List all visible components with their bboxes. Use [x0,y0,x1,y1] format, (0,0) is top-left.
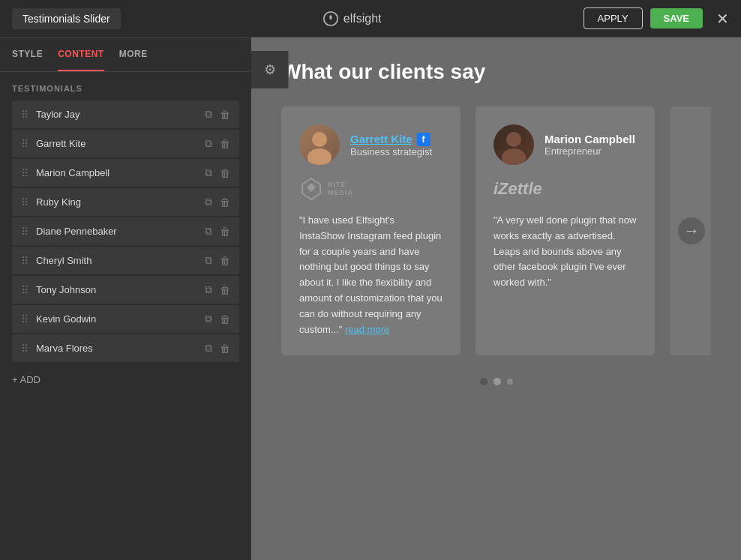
item-name: Ruby King [36,196,205,208]
pagination-dots [281,378,711,385]
delete-button[interactable]: 🗑 [220,254,230,267]
next-arrow[interactable]: → [678,217,705,244]
left-panel: STYLE CONTENT MORE TESTIMONIALS ⠿ Taylor… [0,37,251,560]
right-panel: What our clients say [251,37,741,560]
item-name: Marion Campbell [36,167,205,178]
testimonial-card: Garrett Kite f Business strategist [281,106,460,355]
delete-button[interactable]: 🗑 [220,108,230,121]
drag-handle-icon: ⠿ [21,313,28,325]
item-name: Garrett Kite [36,138,205,149]
testimonial-card: Marion Campbell Entrepreneur iZettle "A … [476,106,655,355]
drag-handle-icon: ⠿ [21,138,28,150]
copy-button[interactable]: ⧉ [205,313,212,325]
item-actions: ⧉ 🗑 [205,108,230,121]
item-name: Marva Flores [36,343,205,354]
copy-button[interactable]: ⧉ [205,108,212,121]
drag-handle-icon: ⠿ [21,255,28,267]
card-name: Marion Campbell [544,133,635,145]
facebook-icon: f [417,133,430,146]
list-item[interactable]: ⠿ Garrett Kite ⧉ 🗑 [12,130,239,157]
delete-button[interactable]: 🗑 [220,137,230,150]
card-logo: iZettle [494,175,637,202]
avatar [299,124,340,165]
item-name: Tony Johnson [36,284,205,295]
list-item[interactable]: ⠿ Marion Campbell ⧉ 🗑 [12,159,239,187]
logo-text: elfsight [344,12,382,25]
card-name: Garrett Kite f [350,133,432,146]
item-name: Diane Pennebaker [36,226,205,237]
top-bar-actions: APPLY SAVE ✕ [584,7,729,29]
copy-button[interactable]: ⧉ [205,342,212,355]
delete-button[interactable]: 🗑 [220,342,230,355]
delete-button[interactable]: 🗑 [220,283,230,296]
close-button[interactable]: ✕ [716,10,729,28]
card-name-wrap: Marion Campbell Entrepreneur [544,133,635,157]
top-bar: Testimonials Slider elfsight APPLY SAVE … [0,0,741,37]
svg-marker-4 [307,183,316,192]
copy-button[interactable]: ⧉ [205,196,212,208]
apply-button[interactable]: APPLY [584,7,643,29]
copy-button[interactable]: ⧉ [205,254,212,267]
copy-button[interactable]: ⧉ [205,166,212,179]
card-quote: "I have used Elfsight's InstaShow Instag… [299,213,442,337]
name-link[interactable]: Garrett Kite [350,133,412,145]
item-actions: ⧉ 🗑 [205,196,230,208]
item-actions: ⧉ 🗑 [205,225,230,238]
copy-button[interactable]: ⧉ [205,225,212,238]
tab-bar: STYLE CONTENT MORE [0,37,251,72]
dot-1[interactable] [480,378,488,385]
item-name: Taylor Jay [36,109,205,120]
drag-handle-icon: ⠿ [21,226,28,238]
item-actions: ⧉ 🗑 [205,137,230,150]
elfsight-logo: elfsight [322,10,382,27]
copy-button[interactable]: ⧉ [205,283,212,296]
gear-icon: ⚙ [264,61,276,78]
item-name: Cheryl Smith [36,255,205,266]
save-button[interactable]: SAVE [650,8,703,28]
list-item[interactable]: ⠿ Tony Johnson ⧉ 🗑 [12,276,239,304]
delete-button[interactable]: 🗑 [220,225,230,238]
svg-point-5 [506,132,521,147]
svg-point-6 [502,148,526,165]
card-logo: KITEMEDIA [299,175,442,202]
list-item[interactable]: ⠿ Marva Flores ⧉ 🗑 [12,334,239,362]
settings-panel-toggle[interactable]: ⚙ [251,51,289,88]
tab-more[interactable]: MORE [119,38,148,71]
cards-row: Garrett Kite f Business strategist [281,106,711,355]
delete-button[interactable]: 🗑 [220,196,230,208]
avatar [494,124,534,165]
list-item[interactable]: ⠿ Taylor Jay ⧉ 🗑 [12,100,239,128]
app-title: Testimonials Slider [12,8,121,29]
list-item[interactable]: ⠿ Cheryl Smith ⧉ 🗑 [12,247,239,274]
tab-style[interactable]: STYLE [12,38,43,71]
item-actions: ⧉ 🗑 [205,342,230,355]
item-actions: ⧉ 🗑 [205,254,230,267]
drag-handle-icon: ⠿ [21,109,28,121]
read-more-link[interactable]: read more [345,324,389,335]
dot-3[interactable] [507,379,513,385]
list-item[interactable]: ⠿ Diane Pennebaker ⧉ 🗑 [12,217,239,245]
list-item[interactable]: ⠿ Kevin Godwin ⧉ 🗑 [12,305,239,333]
svg-point-1 [312,132,327,147]
tab-content[interactable]: CONTENT [58,38,104,71]
preview-content: What our clients say [251,37,741,408]
item-actions: ⧉ 🗑 [205,313,230,325]
delete-button[interactable]: 🗑 [220,313,230,325]
svg-point-2 [308,148,332,165]
card-name-wrap: Garrett Kite f Business strategist [350,133,432,157]
item-actions: ⧉ 🗑 [205,283,230,296]
list-item[interactable]: ⠿ Ruby King ⧉ 🗑 [12,188,239,216]
preview-title: What our clients say [281,60,711,84]
add-button[interactable]: + ADD [12,365,239,394]
drag-handle-icon: ⠿ [21,167,28,179]
card-header: Marion Campbell Entrepreneur [494,124,637,165]
panel-content: TESTIMONIALS ⠿ Taylor Jay ⧉ 🗑 ⠿ Garrett … [0,72,251,560]
testimonial-list: ⠿ Taylor Jay ⧉ 🗑 ⠿ Garrett Kite ⧉ 🗑 [12,100,239,362]
drag-handle-icon: ⠿ [21,284,28,296]
card-role: Business strategist [350,146,432,157]
card-header: Garrett Kite f Business strategist [299,124,442,165]
dot-2[interactable] [494,378,501,385]
main-layout: STYLE CONTENT MORE TESTIMONIALS ⠿ Taylor… [0,37,741,560]
delete-button[interactable]: 🗑 [220,166,230,179]
copy-button[interactable]: ⧉ [205,137,212,150]
